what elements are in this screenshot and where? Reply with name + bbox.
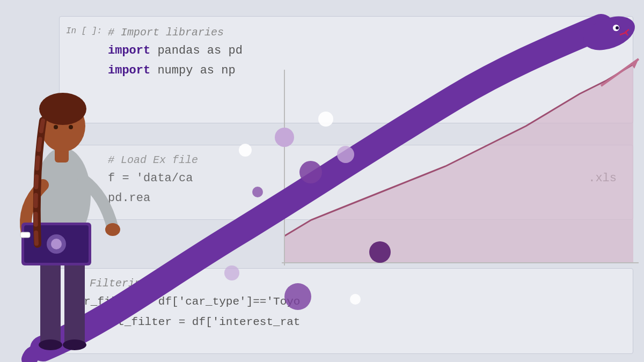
svg-point-15 <box>51 239 62 249</box>
svg-point-8 <box>63 339 86 350</box>
chart-area <box>268 54 644 284</box>
code-comment-1: # Import libraries <box>108 26 622 39</box>
code-text-pandas: pandas as pd <box>150 44 243 57</box>
svg-point-20 <box>69 125 73 129</box>
code-line-filter2: interest_filter = df['interest_rat <box>70 314 622 330</box>
svg-point-7 <box>39 339 62 350</box>
person-figure <box>0 40 140 362</box>
code-line-filter1: car_filter = df['car_type']=='Toyo <box>70 294 622 310</box>
cell-label-1: In [ ]: <box>66 26 102 36</box>
svg-rect-21 <box>20 232 30 238</box>
svg-point-19 <box>54 125 58 129</box>
chart-fill <box>284 64 633 263</box>
code-text-numpy: numpy as np <box>150 64 235 77</box>
svg-point-11 <box>105 223 120 236</box>
